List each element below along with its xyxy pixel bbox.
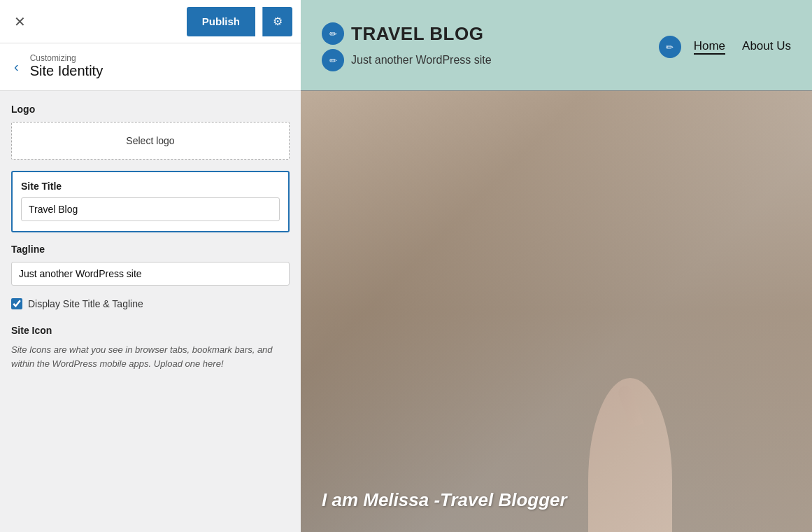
nav-link-home[interactable]: Home bbox=[694, 39, 725, 55]
hero-text: I am Melissa -Travel Blogger bbox=[322, 489, 567, 511]
preview-header-area: TRAVEL BLOG Just another WordPress site … bbox=[301, 0, 812, 91]
preview-hero: I am Melissa -Travel Blogger bbox=[301, 91, 812, 532]
site-tagline-edit-icon[interactable] bbox=[322, 49, 344, 71]
section-header-text: Customizing Site Identity bbox=[30, 53, 104, 79]
tagline-section: Tagline bbox=[11, 244, 290, 286]
site-name: TRAVEL BLOG bbox=[351, 23, 483, 45]
site-title-label: Site Title bbox=[21, 181, 280, 192]
nav-area: Home About Us bbox=[659, 36, 791, 58]
site-icon-section: Site Icon Site Icons are what you see in… bbox=[11, 325, 290, 370]
select-logo-button[interactable]: Select logo bbox=[11, 122, 290, 160]
settings-button[interactable]: ⚙ bbox=[262, 7, 292, 36]
section-title: Site Identity bbox=[30, 63, 104, 79]
customizing-label: Customizing bbox=[30, 53, 104, 63]
panel-content: Logo Select logo Site Title Tagline Disp… bbox=[0, 91, 301, 391]
site-icon-description: Site Icons are what you see in browser t… bbox=[11, 343, 290, 370]
display-checkbox[interactable] bbox=[11, 298, 22, 309]
site-name-row: TRAVEL BLOG bbox=[322, 22, 492, 45]
logo-label: Logo bbox=[11, 104, 290, 115]
close-button[interactable]: ✕ bbox=[8, 12, 31, 31]
back-button[interactable]: ‹ bbox=[11, 57, 22, 76]
site-title-section: Site Title bbox=[11, 171, 290, 232]
tagline-input[interactable] bbox=[11, 262, 290, 286]
pencil-icon-3 bbox=[666, 41, 674, 52]
pencil-icon-2 bbox=[329, 55, 337, 66]
logo-section: Logo Select logo bbox=[11, 104, 290, 160]
publish-button[interactable]: Publish bbox=[187, 7, 255, 36]
hero-overlay bbox=[301, 91, 812, 532]
site-header-bar: TRAVEL BLOG Just another WordPress site … bbox=[301, 0, 812, 85]
display-checkbox-label: Display Site Title & Tagline bbox=[28, 298, 143, 309]
pencil-icon bbox=[329, 28, 337, 39]
top-bar: ✕ Publish ⚙ bbox=[0, 0, 301, 43]
site-title-input[interactable] bbox=[21, 197, 280, 221]
site-name-edit-icon[interactable] bbox=[322, 22, 344, 45]
nav-edit-icon[interactable] bbox=[659, 36, 681, 58]
nav-links: Home About Us bbox=[694, 39, 791, 55]
section-header: ‹ Customizing Site Identity bbox=[0, 43, 301, 91]
site-brand: TRAVEL BLOG Just another WordPress site bbox=[322, 22, 492, 71]
site-tagline: Just another WordPress site bbox=[351, 54, 492, 66]
preview-panel: TRAVEL BLOG Just another WordPress site … bbox=[301, 0, 812, 532]
nav-link-about[interactable]: About Us bbox=[742, 39, 791, 55]
tagline-label: Tagline bbox=[11, 244, 290, 255]
site-icon-label: Site Icon bbox=[11, 325, 290, 336]
display-checkbox-row: Display Site Title & Tagline bbox=[11, 298, 290, 309]
customizer-panel: ✕ Publish ⚙ ‹ Customizing Site Identity … bbox=[0, 0, 301, 532]
site-tagline-row: Just another WordPress site bbox=[322, 49, 492, 71]
